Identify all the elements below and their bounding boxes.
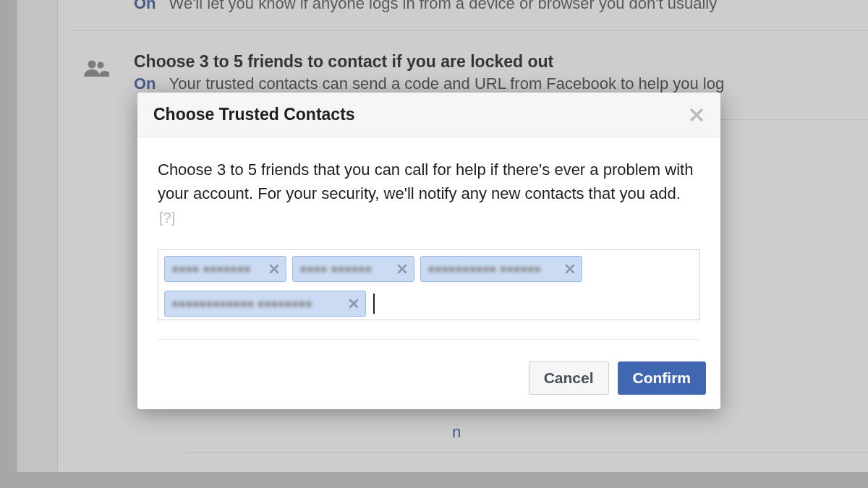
- trusted-contacts-input[interactable]: ■■■■ ■■■■■■■ ■■■■ ■■■■■■ ■■■■■■■■■■ ■■■■…: [158, 249, 700, 320]
- contact-token: ■■■■■■■■■■■■ ■■■■■■■■: [164, 291, 366, 317]
- help-icon[interactable]: [?]: [159, 210, 175, 226]
- remove-contact-icon[interactable]: [348, 298, 359, 309]
- modal-footer: Cancel Confirm: [137, 350, 720, 409]
- modal-body: Choose 3 to 5 friends that you can call …: [137, 137, 720, 350]
- modal-title: Choose Trusted Contacts: [153, 105, 355, 124]
- modal-header: Choose Trusted Contacts: [137, 93, 720, 137]
- contact-token: ■■■■ ■■■■■■■: [164, 256, 286, 282]
- trusted-contacts-modal: Choose Trusted Contacts Choose 3 to 5 fr…: [137, 93, 720, 409]
- remove-contact-icon[interactable]: [564, 263, 576, 275]
- text-cursor: [373, 294, 375, 314]
- remove-contact-icon[interactable]: [396, 263, 408, 275]
- remove-contact-icon[interactable]: [268, 263, 280, 275]
- contact-name: ■■■■ ■■■■■■■: [172, 263, 263, 275]
- confirm-button[interactable]: Confirm: [618, 361, 707, 395]
- cancel-button[interactable]: Cancel: [529, 361, 609, 395]
- modal-description: Choose 3 to 5 friends that you can call …: [158, 158, 700, 229]
- divider: [158, 339, 700, 340]
- contact-name: ■■■■■■■■■■ ■■■■■■: [428, 263, 558, 275]
- contact-token: ■■■■■■■■■■ ■■■■■■: [420, 256, 582, 282]
- contact-name: ■■■■■■■■■■■■ ■■■■■■■■: [172, 298, 342, 309]
- contact-name: ■■■■ ■■■■■■: [300, 263, 391, 275]
- contact-token: ■■■■ ■■■■■■: [292, 256, 414, 282]
- close-icon[interactable]: [689, 107, 705, 123]
